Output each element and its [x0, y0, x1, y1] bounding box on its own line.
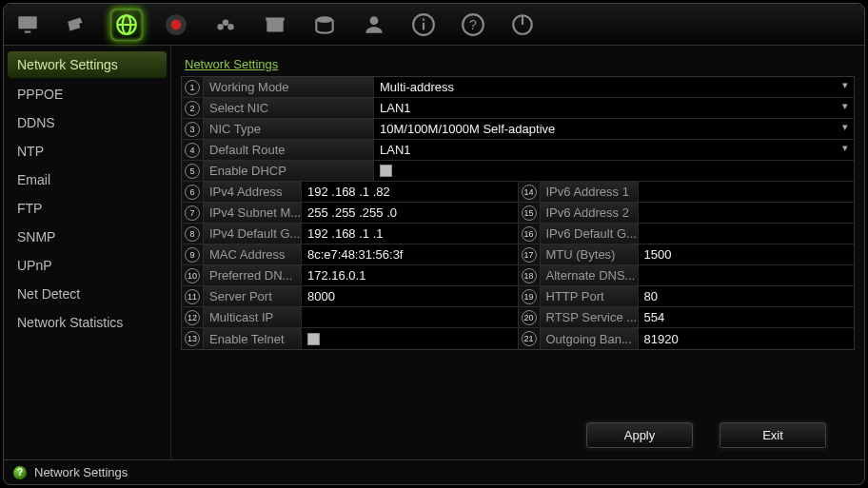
row-number: 11: [182, 286, 203, 306]
row-number: 3: [182, 119, 203, 139]
power-icon[interactable]: [506, 9, 539, 41]
svg-rect-11: [266, 17, 285, 20]
sidebar: Network Settings PPPOE DDNS NTP Email FT…: [4, 46, 171, 459]
input-ipv4-subnet[interactable]: 255 .255 .255 .0: [302, 203, 518, 223]
input-outgoing-bandwidth[interactable]: 81920: [639, 328, 855, 349]
disk-icon[interactable]: [308, 9, 341, 41]
sidebar-item-upnp[interactable]: UPnP: [4, 251, 170, 280]
checkbox-enable-dhcp[interactable]: [374, 161, 854, 181]
svg-rect-20: [522, 15, 523, 25]
svg-point-8: [223, 19, 229, 25]
svg-point-12: [316, 16, 332, 22]
settings-form: 1 Working Mode Multi-address 2 Select NI…: [181, 76, 855, 350]
value-mac-address: 8c:e7:48:31:56:3f: [302, 244, 518, 264]
svg-rect-15: [423, 22, 424, 29]
checkbox-enable-telnet[interactable]: [302, 328, 518, 349]
row-number: 2: [182, 98, 203, 118]
apply-button[interactable]: Apply: [586, 422, 693, 448]
row-number: 9: [182, 244, 203, 264]
svg-point-7: [217, 23, 224, 29]
input-ipv6-address-2[interactable]: [639, 203, 855, 223]
input-alternate-dns[interactable]: [639, 265, 855, 285]
label-working-mode: Working Mode: [203, 77, 374, 97]
input-mtu[interactable]: 1500: [639, 244, 855, 264]
sidebar-item-ddns[interactable]: DDNS: [4, 108, 170, 137]
svg-point-6: [171, 19, 182, 29]
row-number: 17: [519, 244, 540, 264]
row-number: 4: [182, 140, 203, 160]
row-number: 14: [519, 182, 540, 202]
status-bar: ? Network Settings: [4, 459, 864, 484]
input-ipv4-gateway[interactable]: 192 .168 .1 .1: [302, 224, 518, 244]
svg-text:?: ?: [469, 17, 477, 32]
label-server-port: Server Port: [203, 286, 302, 306]
label-enable-dhcp: Enable DHCP: [203, 161, 374, 181]
row-number: 21: [519, 328, 540, 349]
label-rtsp-port: RTSP Service ...: [540, 307, 639, 327]
camera-icon[interactable]: [61, 9, 93, 41]
input-multicast-ip[interactable]: [302, 307, 518, 327]
sidebar-item-ftp[interactable]: FTP: [4, 194, 170, 223]
select-nic[interactable]: LAN1: [374, 98, 854, 118]
select-default-route[interactable]: LAN1: [374, 140, 854, 160]
top-toolbar: ?: [4, 4, 864, 46]
input-ipv6-address-1[interactable]: [639, 182, 855, 202]
input-ipv6-gateway[interactable]: [639, 224, 855, 244]
label-http-port: HTTP Port: [540, 286, 639, 306]
label-ipv6-address-2: IPv6 Address 2: [540, 203, 639, 223]
network-icon[interactable]: [110, 9, 143, 41]
help-icon: ?: [13, 466, 27, 479]
input-server-port[interactable]: 8000: [302, 286, 518, 306]
input-http-port[interactable]: 80: [639, 286, 855, 306]
row-number: 5: [182, 161, 203, 181]
input-preferred-dns[interactable]: 172.16.0.1: [302, 265, 518, 285]
help-icon[interactable]: ?: [457, 9, 489, 41]
monitor-icon[interactable]: [11, 9, 44, 41]
row-number: 19: [519, 286, 540, 306]
exit-button[interactable]: Exit: [720, 422, 826, 448]
label-ipv4-address: IPv4 Address: [203, 182, 302, 202]
tab-network-settings[interactable]: Network Settings: [181, 57, 282, 74]
svg-rect-16: [423, 18, 424, 20]
label-nic-type: NIC Type: [203, 119, 374, 139]
archive-icon[interactable]: [259, 9, 291, 41]
row-number: 6: [182, 182, 203, 202]
sidebar-item-network-settings[interactable]: Network Settings: [8, 51, 167, 78]
sidebar-item-snmp[interactable]: SNMP: [4, 223, 170, 251]
sidebar-item-net-detect[interactable]: Net Detect: [4, 280, 170, 308]
label-enable-telnet: Enable Telnet: [203, 328, 302, 349]
row-number: 18: [519, 265, 540, 285]
svg-point-13: [370, 16, 379, 25]
svg-rect-1: [25, 30, 31, 32]
row-number: 10: [182, 265, 203, 285]
row-number: 12: [182, 307, 203, 327]
svg-rect-0: [18, 16, 37, 29]
label-mtu: MTU (Bytes): [540, 244, 639, 264]
label-multicast-ip: Multicast IP: [203, 307, 302, 327]
status-text: Network Settings: [34, 465, 128, 479]
info-icon[interactable]: [407, 9, 440, 41]
motion-icon[interactable]: [209, 9, 242, 41]
row-number: 7: [182, 203, 203, 223]
label-select-nic: Select NIC: [203, 98, 374, 118]
sidebar-item-network-statistics[interactable]: Network Statistics: [4, 308, 170, 337]
record-icon[interactable]: [160, 9, 192, 41]
row-number: 15: [519, 203, 540, 223]
label-mac-address: MAC Address: [203, 244, 302, 264]
row-number: 1: [182, 77, 203, 97]
row-number: 8: [182, 224, 203, 244]
sidebar-item-ntp[interactable]: NTP: [4, 137, 170, 166]
select-nic-type[interactable]: 10M/100M/1000M Self-adaptive: [374, 119, 854, 139]
row-number: 13: [182, 328, 203, 349]
sidebar-item-email[interactable]: Email: [4, 166, 170, 194]
input-ipv4-address[interactable]: 192 .168 .1 .82: [302, 182, 518, 202]
user-icon[interactable]: [358, 9, 390, 41]
label-ipv4-subnet: IPv4 Subnet M...: [203, 203, 302, 223]
svg-rect-10: [266, 19, 283, 31]
select-working-mode[interactable]: Multi-address: [374, 77, 854, 97]
input-rtsp-port[interactable]: 554: [639, 307, 855, 327]
sidebar-item-pppoe[interactable]: PPPOE: [4, 80, 170, 108]
row-number: 16: [519, 224, 540, 244]
content-pane: Network Settings 1 Working Mode Multi-ad…: [171, 46, 864, 459]
label-preferred-dns: Preferred DN...: [203, 265, 302, 285]
